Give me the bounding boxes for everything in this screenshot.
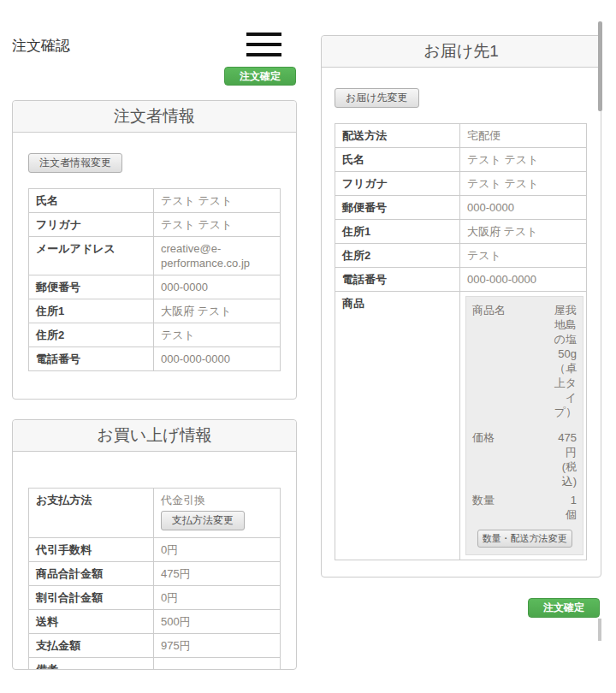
delivery-info-table: 配送方法宅配便氏名テスト テストフリガナテスト テスト郵便番号000-0000住…: [335, 123, 587, 560]
row-label: 商品合計金額: [29, 562, 154, 586]
row-value: 000-0000: [154, 275, 281, 299]
scrollbar-thumb[interactable]: [598, 21, 602, 111]
table-row: 氏名テスト テスト: [335, 148, 587, 172]
purchase-panel-body: お支払方法 代金引換 支払方法変更 代引手数料0円商品合計金額475円割引合計金…: [13, 452, 296, 670]
row-label: 氏名: [335, 148, 460, 172]
table-row: 備考: [29, 658, 281, 671]
row-label: メールアドレス: [29, 237, 154, 275]
product-name-row: 商品名 屋我地島の塩50g（卓上タイプ）: [472, 303, 577, 419]
row-label: 住所2: [29, 323, 154, 347]
row-value: テスト テスト: [460, 172, 587, 196]
table-row: フリガナテスト テスト: [29, 213, 281, 237]
table-row: 代引手数料0円: [29, 538, 281, 562]
order-confirmation-page: 注文確認 注文確定 注文者情報 注文者情報変更 氏名テスト テストフリガナテスト…: [0, 0, 616, 693]
row-value: テスト: [154, 323, 281, 347]
row-label: 代引手数料: [29, 538, 154, 562]
orderer-panel-body: 注文者情報変更 氏名テスト テストフリガナテスト テストメールアドレスcreat…: [13, 133, 296, 371]
purchase-info-table: お支払方法 代金引換 支払方法変更 代引手数料0円商品合計金額475円割引合計金…: [28, 488, 281, 670]
table-row: 郵便番号000-0000: [335, 196, 587, 220]
product-name-value: 屋我地島の塩50g（卓上タイプ）: [549, 303, 577, 419]
change-orderer-info-button[interactable]: 注文者情報変更: [28, 153, 122, 173]
row-value: 000-000-0000: [460, 268, 587, 292]
delivery-panel-body: お届け先変更 配送方法宅配便氏名テスト テストフリガナテスト テスト郵便番号00…: [322, 68, 601, 560]
row-value: 475円: [154, 562, 281, 586]
row-label: 住所2: [335, 244, 460, 268]
row-value: 宅配便: [460, 124, 587, 148]
row-value: 975円: [154, 634, 281, 658]
page-title: 注文確認: [12, 38, 70, 55]
product-name-label: 商品名: [472, 303, 506, 419]
orderer-info-panel: 注文者情報 注文者情報変更 氏名テスト テストフリガナテスト テストメールアドレ…: [12, 100, 297, 400]
row-value: 000-000-0000: [154, 347, 281, 371]
row-label: 送料: [29, 610, 154, 634]
product-price-row: 価格 475円(税込): [472, 430, 577, 489]
row-label: フリガナ: [29, 213, 154, 237]
product-cell: 商品名 屋我地島の塩50g（卓上タイプ） 価格 475円(税込) 数量 1個: [460, 292, 587, 560]
row-label: 支払金額: [29, 634, 154, 658]
row-value: creative@e-performance.co.jp: [154, 237, 281, 275]
table-row: フリガナテスト テスト: [335, 172, 587, 196]
row-value: 500円: [154, 610, 281, 634]
payment-method-change-button[interactable]: 支払方法変更: [161, 511, 245, 530]
quantity-shipping-change-button[interactable]: 数量・配送方法変更: [477, 530, 572, 548]
product-quantity-row: 数量 1個: [472, 493, 577, 522]
row-label: 郵便番号: [335, 196, 460, 220]
row-label: 商品: [335, 292, 460, 560]
delivery-panel: お届け先1 お届け先変更 配送方法宅配便氏名テスト テストフリガナテスト テスト…: [321, 35, 601, 578]
order-confirm-button-top[interactable]: 注文確定: [224, 67, 296, 86]
table-row: 住所2テスト: [29, 323, 281, 347]
row-label: 住所1: [335, 220, 460, 244]
table-row: メールアドレスcreative@e-performance.co.jp: [29, 237, 281, 275]
orderer-info-table: 氏名テスト テストフリガナテスト テストメールアドレスcreative@e-pe…: [28, 188, 281, 371]
quantity-value: 1個: [563, 493, 577, 522]
row-value: 大阪府 テスト: [460, 220, 587, 244]
table-row: 氏名テスト テスト: [29, 189, 281, 213]
table-row: 住所1大阪府 テスト: [29, 299, 281, 323]
hamburger-bar: [246, 53, 281, 56]
row-label: 配送方法: [335, 124, 460, 148]
purchase-info-panel: お買い上げ情報 お支払方法 代金引換 支払方法変更 代引手数料0円商品合計金額4…: [12, 419, 297, 670]
delivery-panel-title: お届け先1: [322, 36, 601, 68]
scrollbar-track-segment: [598, 619, 601, 641]
row-value: 代金引換 支払方法変更: [154, 489, 281, 538]
product-box: 商品名 屋我地島の塩50g（卓上タイプ） 価格 475円(税込) 数量 1個: [465, 296, 583, 555]
row-label: 電話番号: [335, 268, 460, 292]
row-value: 0円: [154, 586, 281, 610]
table-row: 住所2テスト: [335, 244, 587, 268]
price-value: 475円(税込): [551, 430, 577, 489]
row-value: [154, 658, 281, 671]
row-value: 大阪府 テスト: [154, 299, 281, 323]
row-label: 電話番号: [29, 347, 154, 371]
row-label: 割引合計金額: [29, 586, 154, 610]
quantity-label: 数量: [472, 493, 495, 522]
row-label: 住所1: [29, 299, 154, 323]
price-label: 価格: [472, 430, 495, 489]
row-label: 氏名: [29, 189, 154, 213]
product-button-wrap: 数量・配送方法変更: [472, 530, 577, 548]
table-row: 割引合計金額0円: [29, 586, 281, 610]
row-value: テスト テスト: [154, 189, 281, 213]
payment-method-value: 代金引換: [161, 493, 273, 507]
hamburger-icon[interactable]: [246, 33, 281, 57]
table-row: 電話番号000-000-0000: [29, 347, 281, 371]
table-row: 電話番号000-000-0000: [335, 268, 587, 292]
delivery-change-button[interactable]: お届け先変更: [335, 88, 419, 108]
product-row: 商品 商品名 屋我地島の塩50g（卓上タイプ） 価格 475円(税込): [335, 292, 587, 560]
row-value: 000-0000: [460, 196, 587, 220]
table-row: 商品合計金額475円: [29, 562, 281, 586]
payment-method-row: お支払方法 代金引換 支払方法変更: [29, 489, 281, 538]
order-confirm-button-bottom[interactable]: 注文確定: [528, 598, 600, 618]
orderer-panel-title: 注文者情報: [13, 101, 296, 133]
row-label: フリガナ: [335, 172, 460, 196]
hamburger-bar: [246, 33, 281, 36]
row-value: テスト: [460, 244, 587, 268]
hamburger-bar: [246, 43, 281, 46]
row-label: 備考: [29, 658, 154, 671]
table-row: 支払金額975円: [29, 634, 281, 658]
table-row: 郵便番号000-0000: [29, 275, 281, 299]
row-value: テスト テスト: [460, 148, 587, 172]
row-label: 郵便番号: [29, 275, 154, 299]
row-value: 0円: [154, 538, 281, 562]
table-row: 住所1大阪府 テスト: [335, 220, 587, 244]
row-value: テスト テスト: [154, 213, 281, 237]
